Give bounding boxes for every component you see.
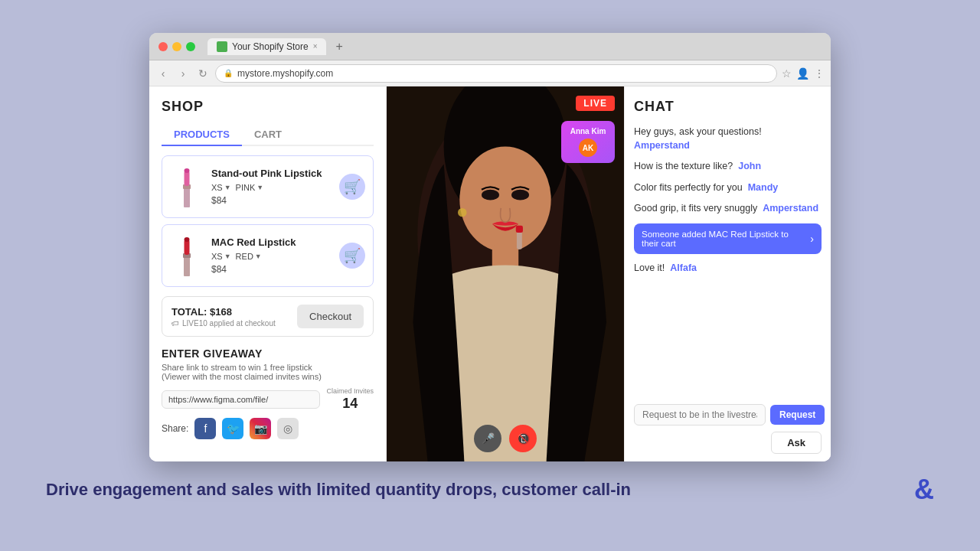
svg-point-7 [185,237,190,242]
chat-title: CHAT [634,99,822,115]
add-to-cart-button-1[interactable]: 🛒 [339,174,365,200]
url-text: mystore.myshopify.com [237,68,333,79]
product-name-1: Stand-out Pink Lipstick [211,168,332,181]
product-image-2 [170,233,204,279]
back-button[interactable]: ‹ [155,66,171,81]
chat-text-2: Color fits perfectly for you [634,182,743,193]
share-row: Share: f 🐦 📷 ◎ [162,418,374,439]
svg-point-17 [458,208,466,217]
total-text: TOTAL: $168 [172,306,276,318]
add-to-cart-button-2[interactable]: 🛒 [339,243,365,269]
request-button[interactable]: Request [770,405,825,425]
svg-rect-0 [184,187,190,207]
total-section: TOTAL: $168 🏷LIVE10 applied at checkout … [162,296,374,337]
request-input[interactable] [634,404,766,425]
share-label: Share: [162,423,188,434]
tab-add-button[interactable]: + [335,40,342,54]
size-select-1[interactable]: XS ▼ [211,183,231,192]
product-options-2: XS ▼ RED ▼ [211,252,332,261]
chat-messages: Hey guys, ask your questions! Amperstand… [634,126,822,396]
giveaway-title: ENTER GIVEAWAY [162,347,374,360]
instagram-share-button[interactable]: 📷 [250,418,271,439]
shop-panel: SHOP PRODUCTS CART [149,86,387,461]
maximize-window-button[interactable] [186,42,195,51]
svg-point-13 [482,190,499,201]
shop-tabs: PRODUCTS CART [162,124,374,146]
hangup-button[interactable]: 📵 [509,425,537,452]
request-row: Request [634,404,822,425]
chat-username-1: John [738,161,761,171]
notification-text: Someone added MAC Red Lipstick to their … [642,230,805,248]
giveaway-link-input[interactable] [162,390,320,409]
tab-title: Your Shopify Store [232,41,309,52]
claimed-invites-label: Claimed Invites [326,387,374,396]
forward-button[interactable]: › [175,66,191,81]
product-card-1: Stand-out Pink Lipstick XS ▼ PINK ▼ $84 … [162,155,374,218]
lipstick-pink-icon [178,166,195,207]
product-options-1: XS ▼ PINK ▼ [211,183,332,192]
notification-arrow-icon: › [810,233,814,245]
chat-message-2: Color fits perfectly for you Mandy [634,181,822,195]
close-window-button[interactable] [158,42,168,51]
address-bar[interactable]: 🔒 mystore.myshopify.com [215,64,777,83]
total-left: TOTAL: $168 🏷LIVE10 applied at checkout [172,306,276,328]
browser-navbar: ‹ › ↻ 🔒 mystore.myshopify.com ☆ 👤 ⋮ [149,60,831,86]
svg-point-14 [511,190,529,201]
presenter-name: Anna Kim [569,127,607,135]
product-name-2: MAC Red Lipstick [211,236,332,249]
nav-actions: ☆ 👤 ⋮ [782,67,825,80]
promo-text: 🏷LIVE10 applied at checkout [172,319,276,328]
tab-cart[interactable]: CART [242,124,294,145]
svg-point-3 [185,168,190,173]
chat-username-3: Amperstand [763,203,818,214]
live-badge: LIVE [576,96,615,111]
size-select-2[interactable]: XS ▼ [211,252,231,261]
twitter-share-button[interactable]: 🐦 [222,418,243,439]
chat-input-area: Request Ask [634,404,822,454]
claimed-invites-count: 14 [342,396,358,412]
presenter-card[interactable]: Anna Kim AK [561,121,615,163]
product-price-1: $84 [211,195,332,206]
chat-username-0: Amperstand [634,140,690,151]
lock-icon: 🔒 [224,69,233,77]
color-select-1[interactable]: PINK ▼ [236,183,264,192]
chat-text-3: Good grip, it fits very snuggly [634,203,757,214]
browser-tab[interactable]: Your Shopify Store × [207,38,326,55]
tab-close-button[interactable]: × [313,42,318,51]
product-price-2: $84 [211,264,332,275]
last-message-text: Love it! [634,262,665,273]
chat-username-2: Mandy [748,182,779,193]
shop-title: SHOP [162,99,374,115]
footer-logo: & [914,474,934,506]
ask-row: Ask [634,432,822,454]
profile-icon[interactable]: 👤 [796,67,809,80]
refresh-button[interactable]: ↻ [195,66,211,81]
bookmark-icon[interactable]: ☆ [782,67,792,80]
facebook-share-button[interactable]: f [194,418,216,439]
svg-rect-16 [516,226,523,233]
chat-message-3: Good grip, it fits very snuggly Ampersta… [634,202,822,216]
lipstick-red-icon [178,235,195,276]
giveaway-link-row: Claimed Invites 14 [162,387,374,412]
product-list: Stand-out Pink Lipstick XS ▼ PINK ▼ $84 … [162,155,374,287]
color-select-2[interactable]: RED ▼ [236,252,262,261]
page-footer: Drive engagement and sales with limited … [0,461,980,518]
content-area: SHOP PRODUCTS CART [149,86,831,461]
product-info-2: MAC Red Lipstick XS ▼ RED ▼ $84 [211,236,332,276]
ask-button[interactable]: Ask [771,432,822,454]
product-card-2: MAC Red Lipstick XS ▼ RED ▼ $84 🛒 [162,224,374,287]
mute-button[interactable]: 🎤 [474,425,501,452]
menu-icon[interactable]: ⋮ [814,67,825,80]
browser-window: Your Shopify Store × + ‹ › ↻ 🔒 mystore.m… [149,33,831,461]
chat-text-1: How is the texture like? [634,161,733,171]
checkout-button[interactable]: Checkout [297,305,364,328]
minimize-window-button[interactable] [172,42,181,51]
chat-message-0: Hey guys, ask your questions! Amperstand [634,126,822,152]
product-image-1 [170,164,204,210]
tab-products[interactable]: PRODUCTS [162,124,242,146]
other-share-button[interactable]: ◎ [277,418,299,439]
video-controls: 🎤 📵 [474,425,537,452]
product-info-1: Stand-out Pink Lipstick XS ▼ PINK ▼ $84 [211,168,332,207]
svg-rect-15 [517,230,522,249]
video-panel: LIVE Anna Kim AK 🎤 📵 [387,86,624,461]
